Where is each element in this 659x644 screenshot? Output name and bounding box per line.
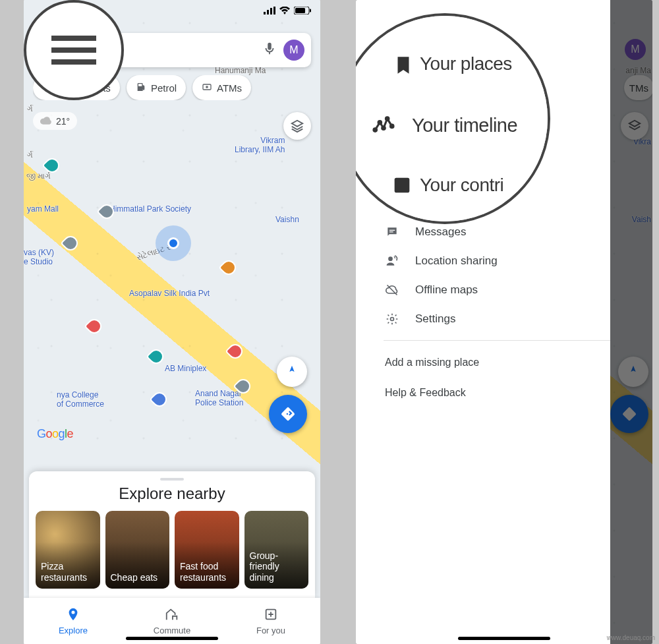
location-sharing-icon	[385, 254, 399, 268]
chip-atms[interactable]: ATMs	[192, 75, 251, 100]
petrol-icon	[136, 82, 146, 94]
explore-pin-icon	[66, 607, 80, 624]
explore-sheet[interactable]: Explore nearby Pizza restaurants Cheap e…	[29, 471, 315, 598]
weather-chip[interactable]: 21°	[33, 112, 77, 130]
weather-temp: 21°	[56, 116, 70, 127]
map-label: Anand Nagar Police Station	[195, 389, 243, 407]
explore-tile[interactable]: Fast food restaurants	[175, 511, 239, 589]
explore-tile[interactable]: Group- friendly dining	[244, 511, 309, 589]
menu-label: Messages	[415, 225, 466, 239]
map-label: vas (KV) e Studio	[24, 248, 54, 266]
menu-messages[interactable]: Messages	[356, 218, 610, 247]
my-location-dot	[167, 237, 179, 249]
explore-tile[interactable]: Cheap eats	[105, 511, 170, 589]
phone-screenshot-left: Hanumanji Ma Vikram Library, IIM Ah Himm…	[24, 0, 320, 644]
svg-rect-6	[310, 9, 311, 13]
atm-icon	[202, 82, 212, 94]
layers-button[interactable]	[283, 112, 311, 140]
recenter-button[interactable]	[277, 357, 307, 387]
bookmark-icon	[392, 54, 415, 76]
menu-label: Settings	[415, 312, 455, 326]
cloud-icon	[40, 115, 52, 127]
svg-point-12	[391, 318, 394, 321]
menu-help-feedback[interactable]: Help & Feedback	[356, 378, 610, 408]
map-label: Asopalav Silk India Pvt	[129, 289, 210, 298]
svg-rect-18	[395, 178, 410, 193]
svg-point-16	[386, 117, 389, 121]
chip-label: ATMs	[217, 82, 242, 94]
menu-label: Location sharing	[415, 254, 498, 268]
map-label: Vaishn	[275, 215, 299, 224]
nav-for-you[interactable]: For you	[221, 598, 320, 644]
map-label: Vikram Library, IIM Ah	[235, 136, 285, 154]
watermark: www.deuaq.com	[607, 634, 655, 641]
svg-rect-5	[295, 8, 305, 13]
contributions-icon	[391, 174, 413, 196]
explore-tile-row: Pizza restaurants Cheap eats Fast food r…	[36, 511, 308, 589]
google-logo: Google	[37, 427, 73, 441]
svg-rect-10	[389, 231, 393, 232]
svg-point-15	[382, 127, 386, 130]
menu-label: Help & Feedback	[385, 387, 466, 398]
phone-screenshot-right: anji Ma Vikra Vaish TMs M Messages	[356, 0, 652, 644]
wifi-icon	[279, 5, 290, 17]
menu-offline-maps[interactable]: Offline maps	[356, 276, 610, 305]
svg-point-11	[388, 256, 393, 261]
hamburger-icon	[51, 36, 96, 65]
svg-rect-0	[264, 12, 266, 15]
tile-label: Group- friendly dining	[250, 550, 279, 583]
home-indicator[interactable]	[126, 637, 218, 640]
nav-label: For you	[256, 626, 285, 635]
cellular-icon	[264, 5, 275, 17]
magnified-menu-your-timeline: Your timeline	[372, 114, 548, 136]
map-label: yam Mall	[27, 204, 59, 214]
magnified-label: Your timeline	[412, 115, 517, 136]
map-label: ર્ગ	[27, 150, 33, 160]
map-label: Hanumanji Ma	[215, 66, 266, 75]
map-label: AB Miniplex	[165, 364, 206, 373]
chip-label: Petrol	[151, 82, 177, 94]
menu-settings[interactable]: Settings	[356, 305, 610, 334]
magnified-menu-your-places: Your places	[372, 51, 548, 76]
nav-explore[interactable]: Explore	[24, 598, 123, 644]
svg-rect-2	[270, 8, 272, 15]
callout-hamburger	[24, 0, 124, 100]
profile-avatar[interactable]: M	[283, 40, 304, 61]
directions-fab[interactable]	[269, 395, 307, 433]
explore-tile[interactable]: Pizza restaurants	[36, 511, 100, 589]
tile-label: Pizza restaurants	[41, 561, 87, 583]
menu-add-missing-place[interactable]: Add a missing place	[356, 347, 610, 378]
svg-point-17	[390, 125, 393, 128]
mic-icon[interactable]	[262, 42, 277, 59]
for-you-icon	[264, 607, 278, 624]
nav-label: Explore	[59, 626, 88, 635]
chip-petrol[interactable]: Petrol	[127, 75, 186, 100]
map-label: ર્ગ	[27, 104, 33, 113]
map-label: જી માર્ગ	[26, 171, 51, 181]
gear-icon	[385, 312, 399, 326]
cloud-off-icon	[385, 283, 399, 297]
magnified-label: Your places	[420, 53, 512, 74]
sheet-handle[interactable]	[160, 478, 184, 481]
nav-label: Commute	[154, 626, 190, 635]
menu-label: Offline maps	[415, 283, 478, 297]
menu-label: Add a missing place	[385, 357, 479, 368]
map-label: nya College of Commerce	[57, 390, 104, 409]
message-icon	[385, 225, 399, 239]
tile-label: Fast food restaurants	[180, 561, 226, 583]
avatar-initial: M	[289, 44, 298, 56]
svg-point-13	[374, 129, 377, 132]
svg-rect-9	[389, 230, 395, 231]
explore-title: Explore nearby	[36, 484, 308, 503]
magnified-label: Your contri	[420, 175, 503, 196]
menu-location-sharing[interactable]: Location sharing	[356, 247, 610, 276]
menu-divider	[384, 340, 610, 341]
map-label: Himmatlal Park Society	[109, 204, 191, 214]
timeline-icon	[372, 114, 395, 136]
home-indicator[interactable]	[458, 637, 550, 640]
commute-icon	[165, 607, 179, 624]
battery-icon	[294, 5, 311, 17]
svg-point-14	[378, 121, 382, 124]
svg-rect-1	[267, 10, 269, 15]
tile-label: Cheap eats	[111, 572, 158, 583]
